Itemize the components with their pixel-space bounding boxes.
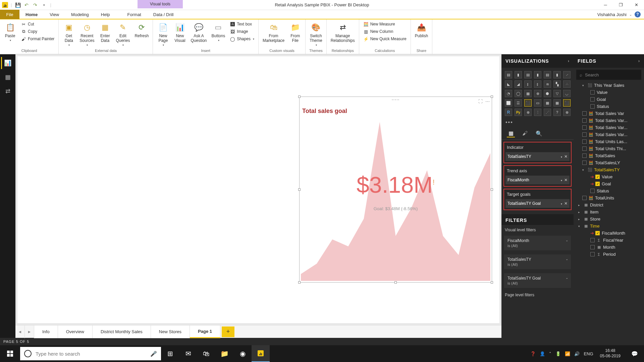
page-nav-prev-icon[interactable]: ◄ [15, 325, 25, 338]
viz-100-col-icon[interactable]: ▮ [553, 71, 561, 78]
format-tab-icon[interactable]: 🖌 [521, 129, 529, 137]
page-tab-district-monthly-sales[interactable]: District Monthly Sales [93, 325, 151, 338]
viz-qa-icon[interactable]: ? [553, 109, 561, 116]
new-column-button[interactable]: ▥New Column [361, 28, 409, 35]
field-fiscalyear[interactable]: ΣFiscalYear [574, 237, 644, 244]
tab-home[interactable]: Home [19, 10, 44, 19]
well-indicator-chip[interactable]: TotalSalesTY▾✕ [505, 152, 570, 161]
viz-donut-icon[interactable]: ◯ [515, 90, 522, 97]
publish-button[interactable]: 📤Publish [413, 21, 430, 40]
field-tsty-status[interactable]: Status [574, 187, 644, 194]
new-visual-button[interactable]: 📊New Visual [172, 21, 188, 44]
data-view-button[interactable]: ▦ [1, 71, 14, 83]
kpi-visual[interactable]: ┅┅┅ ⛶ ⋯ Total sales goal $3.18M! Goal: $… [299, 97, 492, 283]
field-tsty-value[interactable]: ➔✓Value [574, 173, 644, 180]
window-minimize-icon[interactable]: ─ [598, 0, 613, 10]
well-target-goals[interactable]: Target goals TotalSalesTY Goal▾✕ [503, 189, 572, 210]
new-quick-measure-button[interactable]: ⚡New Quick Measure [361, 36, 409, 42]
viz-selected-icon[interactable]: ⬛ [563, 99, 571, 107]
field-total-sales-var1[interactable]: 🧮Total Sales Var... [574, 117, 644, 124]
page-tab-overview[interactable]: Overview [58, 325, 93, 338]
taskbar-mail-icon[interactable]: ✉ [179, 345, 197, 362]
field-fiscalmonth[interactable]: ➔✓FiscalMonth [574, 230, 644, 237]
field-tys-value[interactable]: Value [574, 89, 644, 96]
field-totalsalesty[interactable]: ▾⬛TotalSalesTY [574, 166, 644, 173]
switch-theme-button[interactable]: 🎨Switch Theme▾ [308, 21, 324, 48]
viz-arcgis-icon[interactable]: ⊕ [524, 109, 532, 116]
report-view-button[interactable]: 📊 [1, 57, 14, 69]
window-close-icon[interactable]: ✕ [629, 0, 644, 10]
filter-fiscalmonth[interactable]: ⌄FiscalMonthis (All) [504, 236, 571, 250]
refresh-button[interactable]: ⟳Refresh [132, 21, 151, 40]
viz-key-influencers-icon[interactable]: ⋮ [534, 109, 541, 116]
viz-multirow-icon[interactable]: ☰ [515, 99, 522, 107]
page-tab-new-stores[interactable]: New Stores [151, 325, 190, 338]
edit-queries-button[interactable]: ✎Edit Queries▾ [114, 21, 132, 48]
tray-volume-icon[interactable]: 🔊 [574, 351, 580, 356]
from-file-button[interactable]: 📁From File [287, 21, 303, 44]
task-view-icon[interactable]: ⊞ [161, 345, 179, 362]
tab-format[interactable]: Format [121, 10, 147, 19]
image-button[interactable]: 🖼Image [228, 28, 256, 35]
field-total-sales-var2[interactable]: 🧮Total Sales Var... [574, 124, 644, 131]
drag-handle-icon[interactable]: ┅┅┅ [392, 98, 400, 102]
tray-clock[interactable]: 16:4805-06-2019 [597, 348, 623, 359]
help-icon[interactable]: ? [635, 11, 641, 17]
viz-line-icon[interactable]: ⟋ [563, 71, 571, 78]
field-total-sales-var3[interactable]: 🧮Total Sales Var... [574, 131, 644, 138]
tray-notifications-icon[interactable]: 💬 [627, 345, 642, 362]
format-painter-button[interactable]: 🖌Format Painter [19, 36, 56, 42]
viz-stacked-area-icon[interactable]: ◢ [515, 80, 522, 88]
undo-icon[interactable]: ↶ [23, 2, 30, 8]
taskbar-powerbi-icon[interactable] [252, 345, 270, 362]
remove-target-icon[interactable]: ✕ [564, 201, 568, 206]
field-tsty-goal[interactable]: ➔✓Goal [574, 180, 644, 187]
field-total-units-last[interactable]: 🧮Total Units Las... [574, 138, 644, 145]
viz-r-icon[interactable]: R [505, 109, 512, 116]
add-page-button[interactable]: + [222, 326, 234, 337]
microphone-icon[interactable]: 🎤 [150, 351, 157, 357]
qat-dropdown-icon[interactable]: ▾ [41, 2, 47, 8]
field-totalsalesly[interactable]: 🧮TotalSalesLY [574, 159, 644, 166]
tab-data-drill[interactable]: Data / Drill [147, 10, 180, 19]
analytics-tab-icon[interactable]: 🔍 [535, 129, 543, 137]
ask-question-button[interactable]: 💬Ask A Question [189, 21, 209, 44]
viz-funnel-icon[interactable]: ▽ [553, 90, 561, 97]
model-view-button[interactable]: ⇄ [1, 85, 14, 97]
table-store[interactable]: ▸▦Store [574, 216, 644, 223]
field-total-sales-var[interactable]: 🧮Total Sales Var [574, 110, 644, 117]
table-time[interactable]: ▾▦Time [574, 223, 644, 230]
viz-100-bar-icon[interactable]: ▤ [544, 71, 551, 78]
field-month[interactable]: ▦Month [574, 244, 644, 251]
tray-people-icon[interactable]: 👤 [540, 351, 545, 356]
page-nav-next-icon[interactable]: ► [25, 325, 34, 338]
viz-waterfall-icon[interactable]: ▚ [553, 80, 561, 88]
field-tys-status[interactable]: Status [574, 103, 644, 110]
viz-slicer-icon[interactable]: ▭ [534, 99, 541, 107]
viz-table-icon[interactable]: ▦ [544, 99, 551, 107]
viz-filled-map-icon[interactable]: ⬢ [544, 90, 551, 97]
tray-battery-icon[interactable]: 🔋 [555, 351, 561, 356]
tab-modeling[interactable]: Modeling [65, 10, 95, 19]
well-indicator[interactable]: Indicator TotalSalesTY▾✕ [503, 142, 572, 163]
viz-globe-icon[interactable]: ⊕ [563, 109, 571, 116]
viz-gauge-icon[interactable]: ◡ [563, 90, 571, 97]
more-options-icon[interactable]: ⋯ [485, 99, 490, 104]
tray-wifi-icon[interactable]: 📶 [565, 351, 570, 356]
viz-area-icon[interactable]: ◣ [505, 80, 512, 88]
viz-scatter-icon[interactable]: ∴ [563, 80, 571, 88]
tray-chevron-up-icon[interactable]: ˄ [549, 351, 551, 356]
tray-language[interactable]: ENG [584, 351, 593, 356]
well-trend-axis[interactable]: Trend axis FiscalMonth▾✕ [503, 165, 572, 187]
page-tab-page1[interactable]: Page 1 [190, 325, 220, 338]
paste-button[interactable]: 📋Paste▾ [2, 21, 18, 43]
user-dropdown-icon[interactable]: ⌄ [629, 13, 632, 16]
visualizations-header[interactable]: VISUALIZATIONS› [501, 54, 574, 68]
buttons-button[interactable]: ▭Buttons▾ [209, 21, 227, 43]
viz-stacked-column-icon[interactable]: ▮ [515, 71, 522, 78]
save-icon[interactable]: 💾 [14, 2, 21, 8]
viz-stacked-bar-icon[interactable]: ▤ [505, 71, 512, 78]
viz-decomp-icon[interactable]: ⋰ [544, 109, 551, 116]
tab-help[interactable]: Help [95, 10, 116, 19]
tab-view[interactable]: View [44, 10, 65, 19]
